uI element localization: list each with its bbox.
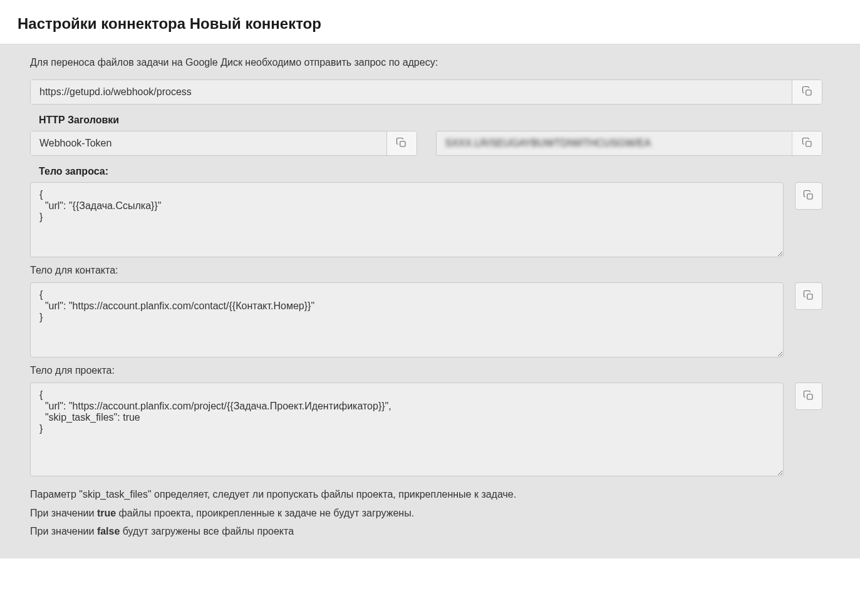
webhook-url-field	[30, 80, 822, 105]
copy-icon	[396, 137, 407, 150]
copy-header-name-button[interactable]	[386, 131, 417, 155]
footer-line-1: Параметр "skip_task_files" определяет, с…	[30, 486, 822, 503]
header-name-field	[30, 131, 417, 156]
svg-rect-2	[806, 141, 811, 146]
footer-line-3: При значении false будут загружены все ф…	[30, 523, 822, 540]
copy-project-body-button[interactable]	[795, 382, 822, 410]
http-headers-title: HTTP Заголовки	[30, 105, 822, 131]
svg-rect-3	[807, 193, 812, 198]
footer-text: Параметр "skip_task_files" определяет, с…	[30, 486, 822, 540]
webhook-url-input[interactable]	[31, 80, 792, 104]
copy-icon	[802, 137, 813, 150]
page-title: Настройки коннектора Новый коннектор	[0, 0, 860, 44]
header-value-input[interactable]	[437, 131, 792, 155]
svg-rect-1	[400, 141, 405, 146]
content-panel: Для переноса файлов задачи на Google Дис…	[0, 44, 860, 558]
header-name-input[interactable]	[31, 131, 386, 155]
svg-rect-4	[807, 294, 812, 299]
footer-line-2: При значении true файлы проекта, проикре…	[30, 505, 822, 521]
contact-body-textarea[interactable]	[30, 282, 784, 357]
header-value-field	[436, 131, 823, 156]
copy-header-value-button[interactable]	[792, 131, 822, 155]
svg-rect-0	[806, 90, 811, 95]
svg-rect-5	[807, 394, 812, 399]
project-body-label: Тело для проекта:	[30, 365, 822, 376]
copy-webhook-url-button[interactable]	[792, 80, 822, 104]
request-body-textarea[interactable]	[30, 182, 784, 257]
copy-icon	[803, 390, 814, 403]
copy-icon	[803, 190, 814, 203]
contact-body-label: Тело для контакта:	[30, 265, 822, 276]
copy-request-body-button[interactable]	[795, 182, 822, 210]
request-body-title: Тело запроса:	[30, 156, 822, 182]
project-body-textarea[interactable]	[30, 382, 784, 476]
copy-contact-body-button[interactable]	[795, 282, 822, 310]
intro-text: Для переноса файлов задачи на Google Дис…	[30, 57, 822, 68]
copy-icon	[802, 86, 813, 99]
copy-icon	[803, 290, 814, 303]
http-headers-row	[30, 131, 822, 156]
